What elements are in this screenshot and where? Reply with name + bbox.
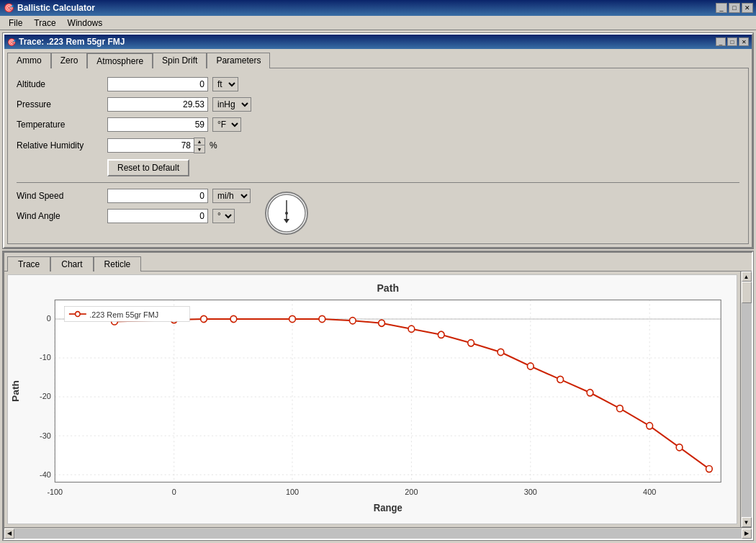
svg-text:200: 200 xyxy=(405,487,418,495)
scroll-down-button[interactable]: ▼ xyxy=(742,517,752,527)
temperature-row: Temperature °F °C xyxy=(17,117,739,132)
menu-trace[interactable]: Trace xyxy=(28,17,61,30)
trace-close-button[interactable]: ✕ xyxy=(739,37,749,46)
menu-windows[interactable]: Windows xyxy=(62,17,109,30)
temperature-input[interactable] xyxy=(107,117,208,132)
trace-title: Trace: .223 Rem 55gr FMJ xyxy=(19,37,713,47)
svg-point-3 xyxy=(285,212,288,215)
chart-container: -100 0 100 200 300 400 0 -10 -20 -30 -40 xyxy=(7,274,737,524)
bottom-tab-chart[interactable]: Chart xyxy=(50,256,93,272)
app-title: Ballistic Calculator xyxy=(17,3,713,13)
bottom-tabs-bar: Trace Chart Reticle xyxy=(4,253,752,272)
app-icon: 🎯 xyxy=(3,2,14,14)
menu-file[interactable]: File xyxy=(3,17,28,30)
trace-minimize-button[interactable]: _ xyxy=(716,37,726,46)
scroll-track-h[interactable] xyxy=(14,529,742,539)
tab-parameters[interactable]: Parameters xyxy=(207,53,270,68)
scroll-up-button[interactable]: ▲ xyxy=(742,272,752,282)
svg-text:Path: Path xyxy=(377,282,399,294)
humidity-spinner: ▲ ▼ xyxy=(107,138,205,153)
pressure-row: Pressure inHg hPa mbar xyxy=(17,97,739,112)
scroll-right-button[interactable]: ▶ xyxy=(742,529,752,539)
data-point xyxy=(319,315,325,322)
title-bar-buttons: _ □ ✕ xyxy=(716,3,753,13)
svg-text:0: 0 xyxy=(47,314,51,323)
svg-text:100: 100 xyxy=(286,487,299,495)
svg-rect-5 xyxy=(55,300,721,483)
humidity-input[interactable] xyxy=(107,138,194,153)
data-point xyxy=(676,444,683,451)
wind-angle-row: Wind Angle ° xyxy=(17,209,251,223)
wind-angle-unit-select[interactable]: ° xyxy=(212,209,235,223)
scroll-track-v[interactable] xyxy=(742,282,752,517)
pressure-label: Pressure xyxy=(17,99,103,109)
altitude-unit-select[interactable]: ft m xyxy=(212,77,238,91)
data-point xyxy=(706,466,713,472)
scroll-thumb-v[interactable] xyxy=(742,282,752,303)
altitude-input[interactable] xyxy=(107,77,208,91)
bottom-tab-reticle[interactable]: Reticle xyxy=(94,256,142,272)
svg-text:0: 0 xyxy=(172,487,176,495)
chart-svg: -100 0 100 200 300 400 0 -10 -20 -30 -40 xyxy=(8,275,737,524)
svg-text:-40: -40 xyxy=(40,470,51,478)
data-point xyxy=(468,340,474,346)
bottom-section: Trace Chart Reticle xyxy=(3,251,753,540)
pressure-unit-select[interactable]: inHg hPa mbar xyxy=(212,97,251,112)
tabs-bar: Ammo Zero Atmosphere Spin Drift Paramete… xyxy=(4,49,752,68)
tab-zero[interactable]: Zero xyxy=(51,53,88,68)
wind-angle-input[interactable] xyxy=(107,209,208,223)
data-point xyxy=(557,376,564,382)
svg-text:-30: -30 xyxy=(40,431,51,439)
tab-atmosphere[interactable]: Atmosphere xyxy=(87,53,153,68)
trace-window: 🎯 Trace: .223 Rem 55gr FMJ _ □ ✕ Ammo Ze… xyxy=(3,33,753,248)
reset-default-button[interactable]: Reset to Default xyxy=(107,159,189,176)
chart-row: -100 0 100 200 300 400 0 -10 -20 -30 -40 xyxy=(4,272,752,527)
tab-spin-drift[interactable]: Spin Drift xyxy=(153,53,207,68)
pressure-input[interactable] xyxy=(107,97,208,112)
close-button[interactable]: ✕ xyxy=(742,3,753,13)
temperature-unit-select[interactable]: °F °C xyxy=(212,117,241,132)
separator xyxy=(17,182,739,183)
wind-speed-input[interactable] xyxy=(107,189,208,203)
wind-angle-label: Wind Angle xyxy=(17,211,103,221)
humidity-row: Relative Humidity ▲ ▼ % xyxy=(17,138,739,153)
reset-row: Reset to Default xyxy=(17,159,739,176)
data-point xyxy=(498,349,504,355)
data-point xyxy=(201,315,207,322)
main-area: 🎯 Trace: .223 Rem 55gr FMJ _ □ ✕ Ammo Ze… xyxy=(0,30,756,543)
bottom-tab-trace[interactable]: Trace xyxy=(7,256,50,272)
data-point xyxy=(408,326,415,332)
humidity-label: Relative Humidity xyxy=(17,140,103,151)
chart-section: -100 0 100 200 300 400 0 -10 -20 -30 -40 xyxy=(4,272,752,539)
chart-legend-text: .223 Rem 55gr FMJ xyxy=(89,310,158,318)
svg-text:400: 400 xyxy=(643,487,656,495)
data-point xyxy=(647,423,653,429)
menu-bar: File Trace Windows xyxy=(0,16,756,30)
data-point xyxy=(527,363,534,369)
trace-maximize-button[interactable]: □ xyxy=(727,37,737,46)
wind-speed-unit-select[interactable]: mi/h km/h m/s xyxy=(212,189,251,203)
svg-text:-100: -100 xyxy=(47,487,63,495)
scroll-left-button[interactable]: ◀ xyxy=(4,529,14,539)
altitude-row: Altitude ft m xyxy=(17,77,739,91)
wind-dial[interactable] xyxy=(265,192,308,235)
svg-text:Path: Path xyxy=(11,380,22,402)
humidity-unit: % xyxy=(210,140,217,151)
temperature-label: Temperature xyxy=(17,120,103,130)
minimize-button[interactable]: _ xyxy=(716,3,727,13)
tab-ammo[interactable]: Ammo xyxy=(7,53,51,68)
horizontal-scrollbar: ◀ ▶ xyxy=(4,527,752,539)
svg-text:-10: -10 xyxy=(40,353,51,362)
data-point xyxy=(230,315,237,322)
svg-text:300: 300 xyxy=(524,487,537,495)
altitude-label: Altitude xyxy=(17,79,103,89)
data-point xyxy=(617,405,624,412)
trace-title-bar: 🎯 Trace: .223 Rem 55gr FMJ _ □ ✕ xyxy=(4,35,752,49)
maximize-button[interactable]: □ xyxy=(729,3,740,13)
humidity-down-button[interactable]: ▼ xyxy=(194,145,204,153)
wind-fields: Wind Speed mi/h km/h m/s Wind Angle ° xyxy=(17,189,251,229)
wind-speed-row: Wind Speed mi/h km/h m/s xyxy=(17,189,251,203)
humidity-up-button[interactable]: ▲ xyxy=(194,138,204,145)
humidity-spinner-buttons: ▲ ▼ xyxy=(194,138,205,153)
data-point xyxy=(438,331,444,338)
